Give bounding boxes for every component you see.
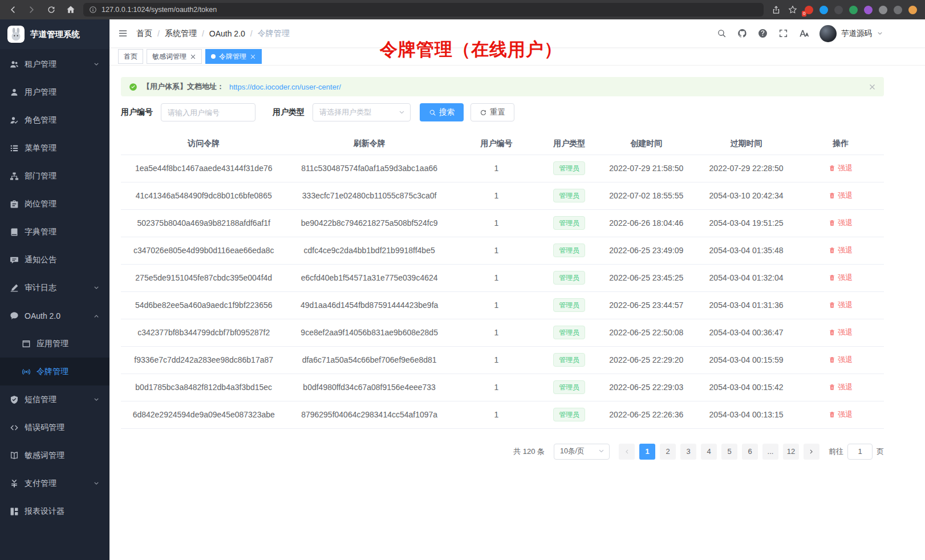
sidebar-item-岗位管理[interactable]: 岗位管理	[0, 190, 109, 218]
sidebar-item-label: 错误码管理	[25, 423, 100, 433]
help-icon[interactable]	[758, 29, 768, 38]
extension-panel-icon[interactable]	[894, 6, 902, 14]
cell-access-token: b0d1785bc3a8482f812db4a3f3bd15ec	[121, 374, 286, 401]
trash-icon	[829, 384, 835, 391]
force-logout-button[interactable]: 强退	[829, 190, 853, 201]
browser-reload-icon[interactable]	[47, 5, 56, 14]
sidebar-item-错误码管理[interactable]: 错误码管理	[0, 413, 109, 441]
page-button-2[interactable]: 2	[660, 444, 676, 460]
cell-access-token: c347026e805e4d99b0d116eae66eda8c	[121, 237, 286, 264]
prev-page-button[interactable]	[619, 444, 635, 460]
page-more-button[interactable]: ...	[762, 444, 778, 460]
goto-page-input[interactable]	[847, 444, 873, 460]
sidebar-item-部门管理[interactable]: 部门管理	[0, 162, 109, 190]
doc-link[interactable]: https://doc.iocoder.cn/user-center/	[229, 83, 341, 91]
extension-dark-icon[interactable]	[834, 6, 843, 14]
cell-expire-time: 2054-03-04 01:35:48	[695, 237, 797, 264]
force-logout-button[interactable]: 强退	[829, 218, 853, 228]
app-logo[interactable]: 芋道管理系统	[0, 19, 109, 49]
alert-close-icon[interactable]	[869, 83, 876, 91]
force-logout-button[interactable]: 强退	[829, 327, 853, 338]
collapse-sidebar-icon[interactable]	[118, 29, 128, 38]
extension-puzzle-icon[interactable]	[879, 6, 887, 14]
user-type-placeholder: 请选择用户类型	[319, 107, 371, 117]
breadcrumb-item[interactable]: 系统管理	[165, 29, 197, 39]
next-page-button[interactable]	[804, 444, 819, 460]
extension-pinwheel-icon[interactable]	[864, 6, 873, 14]
report-designer-icon	[10, 507, 19, 516]
font-size-icon[interactable]	[799, 29, 809, 38]
sidebar-item-审计日志[interactable]: 审计日志	[0, 274, 109, 302]
profile-avatar-icon[interactable]	[908, 6, 917, 14]
page-button-4[interactable]: 4	[701, 444, 717, 460]
tab-close-icon[interactable]	[250, 54, 256, 60]
page-button-1[interactable]: 1	[639, 444, 655, 460]
sidebar-item-label: 短信管理	[25, 395, 87, 405]
browser-back-icon[interactable]	[8, 5, 17, 14]
trash-icon	[829, 192, 835, 199]
sidebar-item-支付管理[interactable]: 支付管理	[0, 469, 109, 497]
force-logout-button[interactable]: 强退	[829, 163, 853, 173]
github-icon[interactable]	[737, 29, 747, 38]
sidebar-item-菜单管理[interactable]: 菜单管理	[0, 134, 109, 162]
active-tab-dot-icon	[211, 54, 216, 59]
goto-group: 前往 页	[829, 444, 884, 460]
force-logout-button[interactable]: 强退	[829, 300, 853, 310]
cell-user-id: 1	[452, 346, 541, 374]
trash-icon	[829, 274, 835, 281]
sidebar-item-租户管理[interactable]: 租户管理	[0, 50, 109, 78]
force-logout-button[interactable]: 强退	[829, 245, 853, 255]
extension-green-icon[interactable]	[849, 6, 858, 14]
bookmark-star-icon[interactable]	[788, 5, 797, 14]
browser-forward-icon[interactable]	[27, 5, 36, 14]
sidebar-item-label: 支付管理	[25, 478, 87, 489]
force-logout-button[interactable]: 强退	[829, 355, 853, 365]
sidebar-item-报表设计器[interactable]: 报表设计器	[0, 497, 109, 525]
breadcrumb-item[interactable]: OAuth 2.0	[209, 29, 245, 38]
tab-令牌管理[interactable]: 令牌管理	[205, 49, 262, 64]
sidebar-item-敏感词管理[interactable]: 敏感词管理	[0, 441, 109, 469]
sidebar-item-应用管理[interactable]: 应用管理	[0, 330, 109, 358]
page-size-select[interactable]: 10条/页	[554, 444, 610, 460]
cell-expire-time: 2054-03-04 19:51:25	[695, 209, 797, 237]
user-type-select[interactable]: 请选择用户类型	[313, 103, 411, 121]
cell-access-token: 502375b8040a469a9b82188afdf6af1f	[121, 209, 286, 237]
menu-list-icon	[10, 144, 19, 153]
page: 127.0.0.1:1024/system/oauth2/token 0 芋道管…	[0, 0, 925, 560]
sidebar-item-OAuth 2.0[interactable]: OAuth 2.0	[0, 302, 109, 330]
tab-close-icon[interactable]	[190, 54, 196, 60]
share-icon[interactable]	[772, 5, 781, 14]
extension-twitter-icon[interactable]	[819, 6, 828, 14]
search-button[interactable]: 搜索	[420, 103, 464, 121]
user-type-tag: 管理员	[553, 216, 585, 230]
address-bar[interactable]: 127.0.0.1:1024/system/oauth2/token	[83, 3, 764, 17]
force-logout-button[interactable]: 强退	[829, 273, 853, 283]
force-logout-button[interactable]: 强退	[829, 382, 853, 392]
page-button-12[interactable]: 12	[783, 444, 799, 460]
fullscreen-icon[interactable]	[778, 29, 788, 38]
page-button-5[interactable]: 5	[721, 444, 737, 460]
extension-red-icon[interactable]: 0	[805, 6, 813, 14]
page-button-6[interactable]: 6	[742, 444, 758, 460]
dictionary-icon	[10, 228, 19, 237]
search-icon[interactable]	[717, 29, 727, 38]
sidebar-item-令牌管理[interactable]: 令牌管理	[0, 358, 109, 385]
user-menu[interactable]: 芋道源码	[819, 25, 883, 42]
cell-create-time: 2022-06-25 22:26:36	[598, 401, 695, 428]
reset-button[interactable]: 重置	[470, 103, 514, 121]
browser-home-icon[interactable]	[66, 5, 75, 14]
sidebar-item-角色管理[interactable]: 角色管理	[0, 106, 109, 134]
token-table: 访问令牌刷新令牌用户编号用户类型创建时间过期时间操作 1ea5e44f8bc14…	[121, 133, 884, 429]
breadcrumb-item[interactable]: 首页	[136, 29, 152, 39]
user-id-input[interactable]	[161, 103, 255, 121]
sidebar-item-字典管理[interactable]: 字典管理	[0, 218, 109, 246]
tab-首页[interactable]: 首页	[118, 49, 143, 64]
page-button-3[interactable]: 3	[680, 444, 696, 460]
force-logout-button[interactable]: 强退	[829, 409, 853, 420]
content: 【用户体系】文档地址： https://doc.iocoder.cn/user-…	[109, 66, 925, 460]
site-info-icon[interactable]	[89, 6, 97, 14]
sidebar-item-通知公告[interactable]: 通知公告	[0, 246, 109, 274]
sidebar-item-用户管理[interactable]: 用户管理	[0, 78, 109, 106]
sidebar-item-短信管理[interactable]: 短信管理	[0, 385, 109, 413]
tab-敏感词管理[interactable]: 敏感词管理	[147, 49, 202, 64]
